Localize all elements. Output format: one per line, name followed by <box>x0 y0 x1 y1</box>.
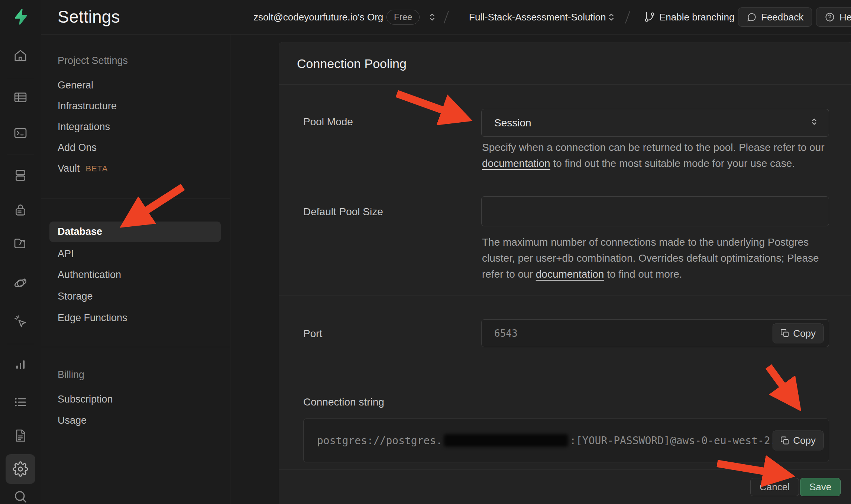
port-value: 6543 <box>494 328 518 339</box>
sidebar-item-api[interactable]: API <box>58 248 74 260</box>
sidebar-item-storage[interactable]: Storage <box>58 291 93 302</box>
pool-mode-desc-text: Specify when a connection can be returne… <box>482 142 824 153</box>
connection-string-copy-button[interactable]: Copy <box>773 431 824 450</box>
sidebar-item-database[interactable]: Database <box>49 222 221 242</box>
pool-mode-label: Pool Mode <box>303 116 353 128</box>
sidebar-item-general[interactable]: General <box>58 80 93 91</box>
sidebar-heading-billing: Billing <box>58 369 84 381</box>
port-label: Port <box>303 328 322 340</box>
table-editor-icon[interactable] <box>13 90 28 105</box>
footer-divider <box>279 469 851 470</box>
section-divider <box>279 295 851 295</box>
sidebar-item-subscription[interactable]: Subscription <box>58 394 113 405</box>
project-switcher-chevrons-icon[interactable] <box>606 12 617 24</box>
port-field: 6543 Copy <box>481 319 829 347</box>
save-button[interactable]: Save <box>800 478 841 496</box>
default-pool-size-input-wrap <box>481 196 829 226</box>
authentication-lock-icon[interactable] <box>13 203 28 217</box>
settings-sidebar: Settings Project Settings General Infras… <box>41 0 230 504</box>
section-divider <box>279 387 851 387</box>
breadcrumb-slash <box>444 11 449 24</box>
documentation-link[interactable]: documentation <box>536 268 604 280</box>
help-label: He <box>839 12 851 23</box>
rail-divider <box>7 155 34 155</box>
logs-list-icon[interactable] <box>13 395 28 410</box>
select-chevrons-icon <box>809 116 820 130</box>
database-icon[interactable] <box>13 168 28 183</box>
main-content: Connection Pooling Pool Mode Session Spe… <box>230 35 851 504</box>
connection-string-prefix: postgres://postgres. <box>317 434 442 447</box>
plan-badge[interactable]: Free <box>386 10 420 25</box>
sidebar-divider <box>41 198 230 198</box>
advisors-cursor-icon[interactable] <box>13 314 28 329</box>
connection-string-suffix: :[YOUR-PASSWORD]@aws-0-eu-west-2. <box>570 434 776 447</box>
copy-icon <box>780 329 789 338</box>
default-pool-size-label: Default Pool Size <box>303 206 383 218</box>
search-icon[interactable] <box>13 489 28 504</box>
connection-pooling-card: Connection Pooling Pool Mode Session Spe… <box>279 42 851 504</box>
connection-string-field: postgres://postgres. :[YOUR-PASSWORD]@aw… <box>303 419 829 462</box>
breadcrumb-slash <box>625 11 630 24</box>
home-icon[interactable] <box>13 48 28 63</box>
realtime-orbit-icon[interactable] <box>13 276 28 291</box>
sidebar-item-edge-functions[interactable]: Edge Functions <box>58 312 127 324</box>
pool-mode-select[interactable]: Session <box>481 109 829 137</box>
sidebar-item-usage[interactable]: Usage <box>58 415 87 426</box>
connection-string-value: postgres://postgres. :[YOUR-PASSWORD]@aw… <box>317 419 776 462</box>
sidebar-item-add-ons[interactable]: Add Ons <box>58 142 97 154</box>
sql-editor-icon[interactable] <box>13 126 28 140</box>
sidebar-divider <box>41 347 230 347</box>
page-title: Settings <box>58 7 120 27</box>
pool-mode-desc-text: to find out the most suitable mode for y… <box>550 158 795 169</box>
vault-beta-badge: BETA <box>86 164 108 174</box>
copy-label: Copy <box>793 327 816 339</box>
feedback-bubble-icon <box>747 12 757 22</box>
feedback-button[interactable]: Feedback <box>738 7 812 27</box>
cancel-button[interactable]: Cancel <box>750 478 799 496</box>
vault-label: Vault <box>58 163 80 174</box>
help-circle-icon <box>825 12 835 22</box>
rail-divider <box>7 344 34 344</box>
settings-gear-icon[interactable] <box>13 461 28 477</box>
redacted-project-ref <box>444 434 568 447</box>
pool-mode-description: Specify when a connection can be returne… <box>482 139 841 171</box>
connection-string-label: Connection string <box>303 396 384 408</box>
default-pool-size-input[interactable] <box>482 197 829 226</box>
feedback-label: Feedback <box>761 12 803 23</box>
reports-chart-icon[interactable] <box>13 358 28 372</box>
supabase-logo-icon[interactable] <box>12 8 29 25</box>
copy-icon <box>780 436 789 445</box>
breadcrumb-org[interactable]: zsolt@codeyourfuture.io's Org <box>253 12 383 23</box>
enable-branching-button[interactable]: Enable branching <box>659 12 734 23</box>
git-branch-icon <box>644 11 656 25</box>
api-docs-file-icon[interactable] <box>13 428 28 443</box>
default-pool-size-description: The maximum number of connections made t… <box>482 234 841 282</box>
card-title: Connection Pooling <box>297 56 407 71</box>
card-header: Connection Pooling <box>279 42 851 85</box>
sidebar-item-integrations[interactable]: Integrations <box>58 121 110 133</box>
sidebar-item-authentication[interactable]: Authentication <box>58 269 121 281</box>
rail-divider <box>7 78 34 78</box>
default-pool-size-desc-text: to find out more. <box>604 268 682 280</box>
breadcrumb-project[interactable]: Full-Stack-Assessment-Solution <box>469 12 606 23</box>
sidebar-item-database-label: Database <box>58 226 102 238</box>
org-switcher-chevrons-icon[interactable] <box>427 12 438 24</box>
documentation-link[interactable]: documentation <box>482 158 550 169</box>
icon-rail <box>0 0 41 504</box>
pool-mode-value: Session <box>494 117 531 129</box>
sidebar-heading-project-settings: Project Settings <box>58 55 128 67</box>
copy-label: Copy <box>793 435 816 446</box>
port-copy-button[interactable]: Copy <box>773 323 824 343</box>
storage-folder-icon[interactable] <box>13 236 28 251</box>
sidebar-item-vault[interactable]: Vault BETA <box>58 163 108 174</box>
sidebar-item-infrastructure[interactable]: Infrastructure <box>58 100 117 112</box>
top-header: zsolt@codeyourfuture.io's Org Free Full-… <box>230 0 851 34</box>
help-button[interactable]: He <box>816 7 851 27</box>
